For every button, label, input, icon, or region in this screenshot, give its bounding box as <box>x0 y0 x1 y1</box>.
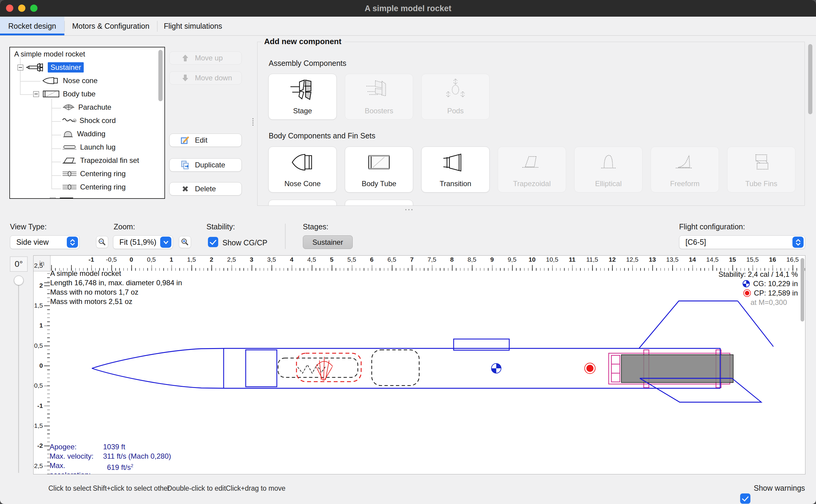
tree-item-label: Centering ring <box>80 170 126 178</box>
add-stage-button[interactable]: Stage <box>268 74 337 120</box>
show-cgcp-checkbox[interactable] <box>208 237 218 247</box>
delete-button[interactable]: Delete <box>169 182 242 195</box>
duplicate-button[interactable]: Duplicate <box>169 158 242 172</box>
assembly-components-heading: Assembly Components <box>269 59 346 68</box>
flight-config-label: Flight configuration: <box>679 222 745 231</box>
pods-icon <box>422 74 489 105</box>
component-button-label: Freeform <box>670 179 699 188</box>
tree-item-centering-ring-2[interactable]: Centering ring <box>10 180 164 194</box>
trapezoidal-fin-icon <box>62 157 77 164</box>
stability-label: Stability: <box>206 222 235 231</box>
tree-item-label: Centering ring <box>80 183 126 191</box>
view-type-value: Side view <box>16 238 49 247</box>
tree-item-partial[interactable] <box>10 194 164 199</box>
tree-item-label: Shock cord <box>79 116 116 125</box>
move-down-button[interactable]: Move down <box>169 71 242 85</box>
transition-icon <box>422 147 489 178</box>
centering-ring-icon <box>62 184 77 190</box>
arrow-down-icon <box>180 73 190 83</box>
tab-label: Flight simulations <box>164 22 222 31</box>
edit-button[interactable]: Edit <box>169 134 242 147</box>
add-trapezoidal-button[interactable]: Trapezoidal <box>498 147 566 192</box>
tree-item-parachute[interactable]: Parachute <box>10 101 164 114</box>
stages-label: Stages: <box>303 222 329 231</box>
show-warnings-checkbox[interactable] <box>740 493 750 504</box>
collapse-toggle-icon[interactable] <box>33 91 39 97</box>
tree-item-centering-ring-1[interactable]: Centering ring <box>10 167 164 180</box>
add-elliptical-button[interactable]: Elliptical <box>574 147 643 192</box>
window-title: A simple model rocket <box>0 4 816 13</box>
add-component-panel: Assembly Components Stage Boosters <box>257 42 805 206</box>
hint-click-select: Click to select <box>48 484 91 493</box>
flight-info-block: Apogee:1039 ft Max. velocity:311 ft/s (M… <box>50 442 171 474</box>
tree-item-wadding[interactable]: Wadding <box>10 127 164 141</box>
tree-item-body-tube[interactable]: Body tube <box>10 87 164 101</box>
collapse-toggle-icon[interactable] <box>18 65 23 70</box>
button-label: Delete <box>195 185 216 193</box>
tree-item-trapezoidal-fin-set[interactable]: Trapezoidal fin set <box>10 154 164 167</box>
rotation-slider-track[interactable] <box>18 279 19 473</box>
main-tabbar: Rocket design Motors & Configuration Fli… <box>0 17 816 36</box>
add-transition-button[interactable]: Transition <box>421 147 490 192</box>
cp-marker <box>585 363 595 374</box>
tree-item-sustainer[interactable]: Sustainer <box>10 61 164 74</box>
rocket-dimensions-line: Length 16,748 in, max. diameter 0,984 in <box>50 278 182 287</box>
view-type-select[interactable]: Side view <box>10 235 79 249</box>
duplicate-pages-icon <box>180 160 190 170</box>
toolbar-divider <box>285 224 286 249</box>
stability-block: Stability: 2,4 cal / 14,1 % CG: 10,229 i… <box>718 270 798 307</box>
flight-config-select[interactable]: [C6-5] <box>679 235 805 249</box>
component-button-label: Nose Cone <box>284 179 321 188</box>
tab-motors-configuration[interactable]: Motors & Configuration <box>65 17 157 35</box>
toggle-label: Sustainer <box>312 238 343 247</box>
tree-item-label: Parachute <box>78 103 111 111</box>
chevron-up-down-icon <box>67 237 78 248</box>
component-button-label: Stage <box>293 107 312 115</box>
mach-note: at M=0,300 <box>718 298 798 307</box>
selected-tab-underline <box>0 34 64 35</box>
move-up-button[interactable]: Move up <box>169 51 242 65</box>
canvas-scrollbar[interactable] <box>801 258 804 321</box>
tab-flight-simulations[interactable]: Flight simulations <box>157 17 228 35</box>
add-freeform-button[interactable]: Freeform <box>651 147 719 192</box>
cp-line: CP: 12,589 in <box>718 288 798 298</box>
tree-item-label: Trapezoidal fin set <box>80 156 139 165</box>
button-label: Duplicate <box>195 161 225 169</box>
cg-line: CG: 10,229 in <box>718 279 798 288</box>
add-body-tube-button[interactable]: Body Tube <box>345 147 413 192</box>
add-component-button-clipped[interactable] <box>268 200 337 206</box>
stage-icon <box>269 74 336 105</box>
add-component-button-clipped[interactable] <box>345 200 413 206</box>
rocket-canvas[interactable]: in -1-0,500,511,522,533,544,555,566,577,… <box>33 255 805 474</box>
zoom-in-button[interactable] <box>179 236 191 248</box>
add-pods-button[interactable]: Pods <box>421 74 490 120</box>
zoom-out-button[interactable] <box>96 236 108 248</box>
zoom-select[interactable]: Fit (51,9%) <box>113 235 173 249</box>
body-tube-icon <box>42 90 60 98</box>
expand-toggle-icon[interactable] <box>50 198 56 199</box>
show-cgcp-label: Show CG/CP <box>222 238 267 247</box>
button-label: Edit <box>195 136 207 144</box>
nose-cone-icon <box>269 147 336 178</box>
tree-item-nose-cone[interactable]: Nose cone <box>10 74 164 87</box>
arrow-up-icon <box>180 53 190 63</box>
rotation-slider-thumb[interactable] <box>14 276 24 285</box>
horizontal-splitter-handle[interactable] <box>404 209 413 210</box>
add-tube-fins-button[interactable]: Tube Fins <box>727 147 795 192</box>
magnifier-minus-icon <box>98 238 106 246</box>
vertical-splitter-handle[interactable] <box>252 117 254 127</box>
add-boosters-button[interactable]: Boosters <box>345 74 413 120</box>
stage-sustainer-toggle[interactable]: Sustainer <box>303 235 353 249</box>
component-tree[interactable]: A simple model rocket Sustainer Nose con… <box>9 47 165 199</box>
tree-item-label: Body tube <box>63 90 96 98</box>
tree-scrollbar[interactable] <box>158 50 163 101</box>
tree-item-shock-cord[interactable]: Shock cord <box>10 114 164 127</box>
add-nose-cone-button[interactable]: Nose Cone <box>268 147 337 192</box>
tab-rocket-design[interactable]: Rocket design <box>0 17 64 35</box>
component-button-label: Tube Fins <box>745 179 777 188</box>
button-label: Move down <box>195 74 232 82</box>
tree-item-launch-lug[interactable]: Launch lug <box>10 141 164 154</box>
tree-item-rocket-root[interactable]: A simple model rocket <box>10 47 164 61</box>
window-scrollbar[interactable] <box>808 44 812 114</box>
component-button-label: Transition <box>440 179 471 188</box>
